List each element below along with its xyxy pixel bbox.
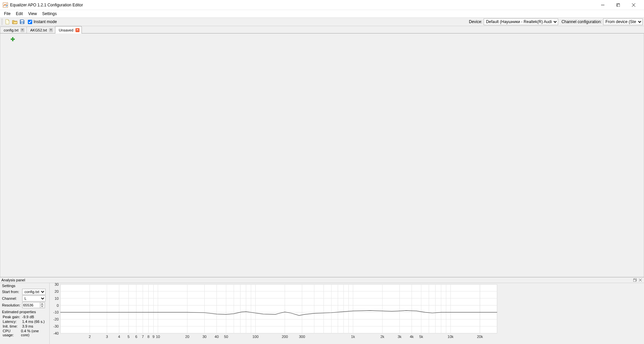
svg-text:4: 4 (118, 335, 120, 339)
tab-akg52-txt[interactable]: AKG52.txt✕ (26, 26, 55, 33)
close-tab-icon[interactable]: ✕ (75, 28, 79, 32)
svg-text:200: 200 (282, 335, 288, 339)
svg-rect-11 (633, 279, 636, 282)
svg-text:-40: -40 (53, 331, 59, 335)
titlebar: Equalizer APO 1.2.1 Configuration Editor (0, 0, 644, 10)
menu-view[interactable]: View (25, 11, 40, 17)
svg-text:3k: 3k (397, 335, 401, 339)
close-panel-button[interactable] (638, 278, 643, 282)
window-controls (595, 0, 641, 10)
tab-label: Unsaved (59, 28, 73, 32)
svg-text:0: 0 (57, 303, 59, 307)
svg-text:5: 5 (127, 335, 129, 339)
close-tab-icon[interactable]: ✕ (20, 28, 24, 32)
peak-gain-label: Peak gain: (3, 315, 22, 319)
menu-file[interactable]: File (1, 11, 13, 17)
instant-mode-label: Instant mode (34, 19, 57, 24)
svg-text:20: 20 (55, 289, 59, 293)
tab-config-txt[interactable]: config.txt✕ (0, 26, 27, 33)
svg-text:20k: 20k (477, 335, 483, 339)
minimize-button[interactable] (595, 0, 610, 10)
editor-area (0, 33, 644, 277)
maximize-button[interactable] (610, 0, 626, 10)
svg-text:-20: -20 (53, 317, 59, 321)
init-time-value: 3.9 ms (22, 324, 33, 328)
svg-rect-7 (21, 22, 23, 24)
close-button[interactable] (626, 0, 641, 10)
add-filter-button[interactable] (10, 37, 15, 42)
new-file-button[interactable] (4, 18, 11, 25)
close-tab-icon[interactable]: ✕ (49, 28, 53, 32)
channel-config-select[interactable]: From device (Stereo) (603, 18, 643, 25)
undock-panel-button[interactable] (633, 278, 637, 282)
svg-text:-30: -30 (53, 324, 59, 328)
init-time-label: Init. time: (3, 324, 22, 328)
spin-up[interactable]: ▲ (40, 302, 44, 305)
analysis-panel-header: Analysis panel (0, 277, 644, 283)
svg-text:1k: 1k (351, 335, 355, 339)
tab-label: AKG52.txt (30, 28, 47, 32)
instant-mode-checkbox[interactable]: Instant mode (28, 19, 57, 24)
start-from-select[interactable]: config.txt (22, 289, 46, 295)
svg-text:10: 10 (55, 296, 59, 300)
svg-text:2: 2 (89, 335, 91, 339)
device-select[interactable]: Default (Наушники - Realtek(R) Audio) (484, 18, 558, 25)
menubar: File Edit View Settings (0, 10, 644, 17)
svg-text:10: 10 (156, 335, 160, 339)
svg-text:-10: -10 (53, 310, 59, 314)
toolbar-grip (1, 19, 3, 25)
window-title: Equalizer APO 1.2.1 Configuration Editor (10, 3, 83, 7)
resolution-spinbox[interactable]: ▲▼ (22, 302, 45, 308)
cpu-usage-value: 0.4 % (one core) (21, 329, 47, 337)
resolution-label: Resolution: (2, 303, 21, 307)
latency-label: Latency: (3, 320, 22, 324)
svg-text:30: 30 (202, 335, 206, 339)
svg-text:4k: 4k (410, 335, 414, 339)
channel-config-label: Channel configuration: (561, 19, 602, 24)
analysis-panel-body: Settings Start from: config.txt Channel:… (0, 283, 644, 344)
svg-text:50: 50 (224, 335, 228, 339)
tabbar: config.txt✕AKG52.txt✕Unsaved✕ (0, 26, 644, 33)
svg-text:10k: 10k (447, 335, 453, 339)
analysis-chart[interactable]: 3020100-10-20-30-40234567891020304050100… (50, 283, 644, 344)
svg-rect-14 (60, 284, 497, 333)
svg-text:8: 8 (148, 335, 150, 339)
analysis-panel-title: Analysis panel (1, 278, 25, 282)
save-file-button[interactable] (18, 18, 26, 25)
app-icon (3, 2, 8, 8)
menu-settings[interactable]: Settings (40, 11, 59, 17)
open-file-button[interactable] (11, 18, 18, 25)
svg-text:300: 300 (299, 335, 305, 339)
cpu-usage-label: CPU usage: (3, 329, 21, 337)
device-label: Device: (469, 19, 482, 24)
toolbar: Instant mode Device: Default (Наушники -… (0, 17, 644, 26)
analysis-settings: Settings Start from: config.txt Channel:… (0, 283, 50, 344)
svg-text:40: 40 (215, 335, 219, 339)
settings-heading: Settings (0, 283, 49, 288)
svg-text:3: 3 (106, 335, 108, 339)
tab-unsaved[interactable]: Unsaved✕ (55, 26, 82, 33)
estimated-heading: Estimated properties (0, 309, 49, 315)
svg-rect-3 (617, 4, 620, 7)
start-from-label: Start from: (2, 290, 21, 294)
svg-rect-9 (11, 39, 15, 40)
svg-rect-6 (21, 20, 23, 21)
instant-mode-input[interactable] (28, 20, 32, 24)
svg-text:6: 6 (135, 335, 137, 339)
peak-gain-value: -9.9 dB (22, 315, 34, 319)
spin-down[interactable]: ▼ (40, 305, 44, 308)
svg-text:30: 30 (55, 283, 59, 286)
svg-text:7: 7 (142, 335, 144, 339)
svg-text:9: 9 (152, 335, 154, 339)
channel-select[interactable]: L (22, 295, 46, 301)
tab-label: config.txt (4, 28, 18, 32)
menu-edit[interactable]: Edit (13, 11, 25, 17)
resolution-input[interactable] (23, 303, 40, 307)
svg-text:2k: 2k (380, 335, 384, 339)
latency-value: 1.4 ms (66 s.) (22, 320, 45, 324)
channel-label: Channel: (2, 296, 21, 300)
svg-text:20: 20 (185, 335, 189, 339)
svg-text:100: 100 (252, 335, 258, 339)
svg-text:5k: 5k (419, 335, 423, 339)
